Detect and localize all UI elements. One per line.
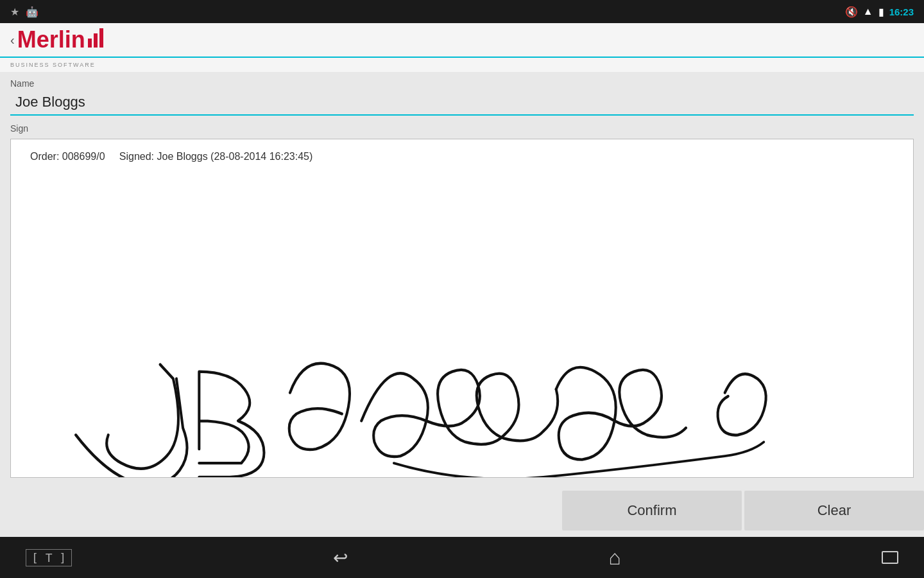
order-text: Order: 008699/0: [30, 151, 105, 162]
merlin-logo-text: Merlin: [17, 28, 85, 51]
status-bar: ★ 🤖 🔇 ▲ ▮ 16:23: [0, 0, 924, 23]
back-arrow-icon[interactable]: ‹: [10, 33, 15, 48]
back-nav-icon[interactable]: ↩: [333, 547, 348, 568]
home-nav-icon[interactable]: ⌂: [608, 546, 620, 570]
battery-icon: ▮: [878, 6, 884, 18]
keyboard-icon[interactable]: [ T ]: [26, 549, 72, 566]
sign-label: Sign: [10, 123, 914, 134]
name-input-container[interactable]: Joe Bloggs: [10, 91, 914, 116]
signature-pad[interactable]: Order: 008699/0 Signed: Joe Bloggs (28-0…: [10, 139, 914, 478]
recent-apps-icon[interactable]: [882, 551, 898, 564]
name-label: Name: [10, 78, 914, 89]
confirm-button[interactable]: Confirm: [562, 491, 742, 530]
signature-drawing: [11, 139, 913, 477]
name-value: Joe Bloggs: [10, 91, 914, 114]
wifi-icon: ▲: [863, 6, 873, 17]
merlin-subtitle: BUSINESS SOFTWARE: [10, 62, 96, 68]
app-header: ‹ Merlin: [0, 23, 924, 58]
merlin-logo: Merlin: [17, 28, 103, 51]
android-icon: 🤖: [26, 6, 38, 18]
status-bar-left: ★ 🤖: [10, 6, 38, 18]
signature-info: Order: 008699/0 Signed: Joe Bloggs (28-0…: [30, 151, 312, 162]
status-bar-right: 🔇 ▲ ▮ 16:23: [845, 6, 914, 18]
nav-bar: [ T ] ↩ ⌂: [0, 537, 924, 578]
clear-button[interactable]: Clear: [744, 491, 924, 530]
star-icon: ★: [10, 6, 19, 18]
no-sound-icon: 🔇: [845, 6, 858, 18]
button-row: Confirm Clear: [0, 484, 924, 537]
time-display: 16:23: [889, 6, 914, 17]
content-area: Name Joe Bloggs Sign Order: 008699/0 Sig…: [0, 72, 924, 484]
merlin-bars-icon: [88, 28, 103, 48]
signed-text: Signed: Joe Bloggs (28-08-2014 16:23:45): [119, 151, 313, 162]
